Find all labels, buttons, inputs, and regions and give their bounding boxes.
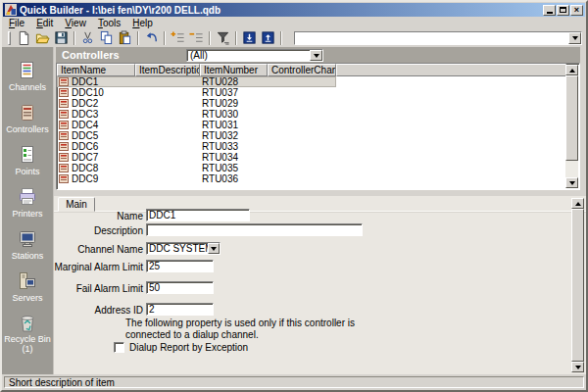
field-label: Fail Alarm Limit [54,283,143,294]
upload-icon [261,30,275,45]
scroll-up-icon[interactable] [571,198,584,209]
list-row[interactable]: DDC6RTU033 [57,141,336,152]
download-button[interactable] [240,30,259,46]
menu-item-edit[interactable]: Edit [30,18,59,29]
list-row[interactable]: DDC3RTU030 [57,109,336,120]
toolbar-grip[interactable] [8,31,11,45]
filter-combo-value: (All) [187,50,310,61]
add-item-button[interactable] [169,30,187,46]
sidebar-item-recycle-bin[interactable]: Recycle Bin(1) [2,312,53,354]
field-label: Name [54,211,143,221]
sidebar-item-label: Recycle Bin [4,334,51,344]
list-row[interactable]: DDC10RTU037 [57,87,336,98]
list-row[interactable]: DDC4RTU031 [57,120,336,130]
printers-icon [16,185,39,209]
dropdown-icon[interactable] [208,243,220,254]
dialup-report-label: Dialup Report by Exception [129,342,248,353]
remove-item-button[interactable] [187,30,206,46]
sidebar-item-channels[interactable]: Channels [2,59,53,101]
list-scrollbar[interactable] [565,65,578,188]
sidebar-item-stations[interactable]: Stations [2,227,53,270]
fail-alarm-limit-input[interactable] [146,281,214,294]
sidebar-item-printers[interactable]: Printers [2,185,53,227]
item-number-cell: RTU031 [200,120,268,130]
filter-combo[interactable]: (All) [186,49,323,62]
item-name-cell: DDC6 [57,141,135,152]
controller-icon [59,142,69,151]
item-name-cell: DDC7 [57,152,135,163]
controller-icon [59,121,69,129]
toolbar-separator [209,31,211,45]
marginal-alarm-limit-input[interactable] [146,260,214,272]
item-name: DDC8 [72,163,98,173]
item-name: DDC6 [72,141,98,152]
scroll-up-icon[interactable] [565,65,578,75]
servers-icon [16,270,39,293]
list-row[interactable]: DDC5RTU032 [57,130,336,141]
tab-main[interactable]: Main [58,197,95,212]
item-number-cell: RTU028 [200,76,268,87]
open-button[interactable] [33,30,52,46]
address-id-input[interactable] [146,303,214,316]
scrollbar-thumb[interactable] [565,75,578,161]
content-title: Controllers [56,49,120,61]
channel-name-select[interactable]: DDC SYSTEM [146,242,220,255]
list-row[interactable]: DDC7RTU034 [57,152,336,163]
sidebar-item-servers[interactable]: Servers [2,270,53,312]
name-input[interactable] [146,209,250,221]
new-icon [17,30,31,45]
close-button[interactable]: × [570,5,583,16]
field-label: Address ID [54,305,143,316]
sidebar-item-sublabel: (1) [23,344,33,354]
sidebar-item-label: Stations [12,251,44,261]
upload-button[interactable] [259,30,277,46]
column-header[interactable]: ItemNumber [200,64,268,76]
save-button[interactable] [52,30,71,46]
paste-button[interactable] [116,30,134,46]
new-button[interactable] [15,30,33,46]
save-icon [54,30,69,45]
filter-icon [216,30,230,45]
select-value: DDC SYSTEM [147,243,208,254]
list-row[interactable]: DDC8RTU035 [57,163,336,173]
toolbar-combo[interactable] [294,31,582,45]
cut-button[interactable] [78,30,97,46]
column-header[interactable]: ItemDescription [135,64,200,76]
undo-button[interactable] [142,30,161,46]
controller-icon [59,131,69,140]
description-input[interactable] [146,223,363,236]
controller-icon [59,174,69,183]
dialup-report-checkbox[interactable] [114,342,124,353]
menu-item-help[interactable]: Help [126,18,159,29]
sidebar-item-controllers[interactable]: Controllers [2,101,53,143]
scroll-down-icon[interactable] [565,177,578,188]
controller-icon [59,164,69,172]
list-row[interactable]: DDC2RTU029 [57,98,336,109]
copy-button[interactable] [97,30,116,46]
window-title: Quick Builder - I:\bei fen\DY\r200 DELL.… [20,5,539,16]
scroll-down-icon[interactable] [571,362,584,372]
item-name-cell: DDC5 [57,130,135,141]
item-name-cell: DDC4 [57,120,135,130]
list-row[interactable]: DDC9RTU036 [57,173,336,184]
filter-combo-dropdown-icon[interactable] [310,50,322,61]
filter-button[interactable] [214,30,232,46]
menu-bar: FileEditViewToolsHelp [3,18,585,29]
toolbar-combo-dropdown-icon[interactable] [568,32,581,44]
item-name-cell: DDC1 [57,76,135,87]
form-scrollbar[interactable] [571,198,584,372]
list-row[interactable]: DDC1RTU028 [57,76,336,87]
menu-item-view[interactable]: View [59,18,92,29]
column-header[interactable]: ControllerChann... [268,64,336,76]
toolbar-combo-input[interactable] [295,32,568,44]
channels-icon [16,59,39,82]
column-header[interactable]: ItemName [57,64,135,76]
scrollbar-thumb[interactable] [571,209,584,362]
item-name: DDC4 [72,120,98,130]
menu-item-file[interactable]: File [3,18,30,29]
menu-item-tools[interactable]: Tools [92,18,126,29]
sidebar-item-points[interactable]: Points [2,143,53,185]
maximize-button[interactable] [557,5,569,16]
field-label: Channel Name [54,244,143,255]
minimize-button[interactable] [543,5,556,16]
